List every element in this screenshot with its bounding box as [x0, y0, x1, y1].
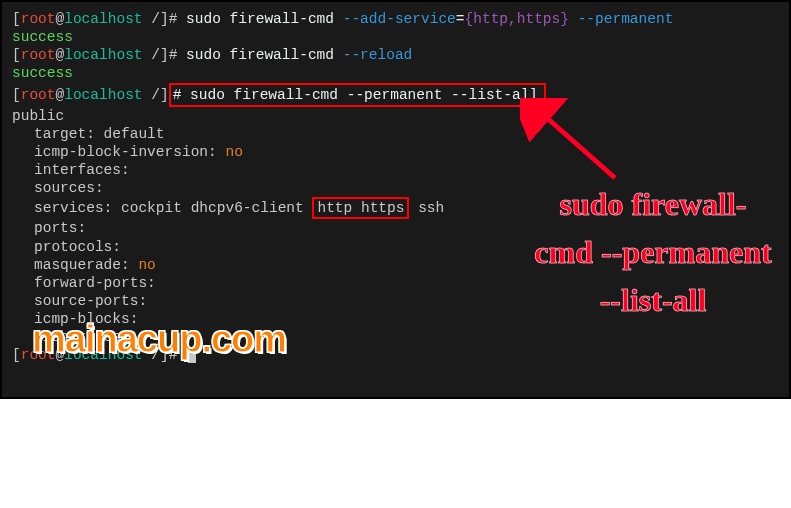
output-richrules: rich rules:: [12, 328, 779, 346]
prompt-suffix: ]#: [160, 47, 186, 63]
prompt-close: ]: [160, 87, 169, 103]
prompt-host: localhost: [64, 347, 142, 363]
cmd1-sudo: sudo: [186, 11, 230, 27]
output-services-post: ssh: [409, 200, 444, 216]
prompt-bracket-open: [: [12, 87, 21, 103]
output-icmpblocks: icmp-blocks:: [12, 310, 779, 328]
prompt-at: @: [56, 347, 65, 363]
prompt-at: @: [56, 87, 65, 103]
output-services-pre: services: cockpit dhcpv6-client: [34, 200, 312, 216]
output-success-2: success: [12, 64, 779, 82]
output-masquerade: masquerade: no: [12, 256, 779, 274]
command-line-3: [root@localhost /]# sudo firewall-cmd --…: [12, 83, 779, 107]
cmd1-fw: firewall-cmd: [230, 11, 343, 27]
prompt-suffix: ]#: [160, 11, 186, 27]
prompt-user: root: [21, 11, 56, 27]
cmd2-fw: firewall-cmd: [230, 47, 343, 63]
output-sources: sources:: [12, 179, 779, 197]
output-interfaces: interfaces:: [12, 161, 779, 179]
highlighted-command-box: # sudo firewall-cmd --permanent --list-a…: [169, 83, 546, 107]
output-services: services: cockpit dhcpv6-client http htt…: [12, 197, 779, 219]
output-public: public: [12, 107, 779, 125]
bottom-white-area: [0, 399, 791, 508]
output-target: target: default: [12, 125, 779, 143]
cmd1-val: {http,https}: [465, 11, 569, 27]
terminal-window: [root@localhost /]# sudo firewall-cmd --…: [0, 0, 791, 399]
prompt-suffix: ]#: [160, 347, 186, 363]
prompt-at: @: [56, 47, 65, 63]
output-srcports: source-ports:: [12, 292, 779, 310]
cmd1-add: --add-service: [343, 11, 456, 27]
cmd1-perm: --permanent: [569, 11, 673, 27]
output-icmp-value: no: [225, 144, 242, 160]
output-icmp-label: icmp-block-inversion:: [34, 144, 225, 160]
output-masq-label: masquerade:: [34, 257, 138, 273]
highlighted-services-box: http https: [312, 197, 409, 219]
prompt-user: root: [21, 87, 56, 103]
prompt-bracket-open: [: [12, 11, 21, 27]
prompt-path: /: [143, 11, 160, 27]
output-fwdports: forward-ports:: [12, 274, 779, 292]
prompt-path: /: [143, 347, 160, 363]
cmd1-eq: =: [456, 11, 465, 27]
prompt-host: localhost: [64, 11, 142, 27]
command-line-1: [root@localhost /]# sudo firewall-cmd --…: [12, 10, 779, 28]
cmd2-reload: --reload: [343, 47, 413, 63]
output-success-1: success: [12, 28, 779, 46]
prompt-host: localhost: [64, 87, 142, 103]
command-line-prompt[interactable]: [root@localhost /]#: [12, 346, 779, 364]
prompt-path: /: [143, 47, 160, 63]
output-ports: ports:: [12, 219, 779, 237]
command-line-2: [root@localhost /]# sudo firewall-cmd --…: [12, 46, 779, 64]
output-protocols: protocols:: [12, 238, 779, 256]
prompt-path: /: [143, 87, 160, 103]
prompt-user: root: [21, 347, 56, 363]
prompt-at: @: [56, 11, 65, 27]
prompt-bracket-open: [: [12, 347, 21, 363]
output-masq-value: no: [138, 257, 155, 273]
prompt-host: localhost: [64, 47, 142, 63]
output-icmp-inv: icmp-block-inversion: no: [12, 143, 779, 161]
prompt-user: root: [21, 47, 56, 63]
prompt-bracket-open: [: [12, 47, 21, 63]
cmd2-sudo: sudo: [186, 47, 230, 63]
cursor-block: [188, 347, 196, 363]
